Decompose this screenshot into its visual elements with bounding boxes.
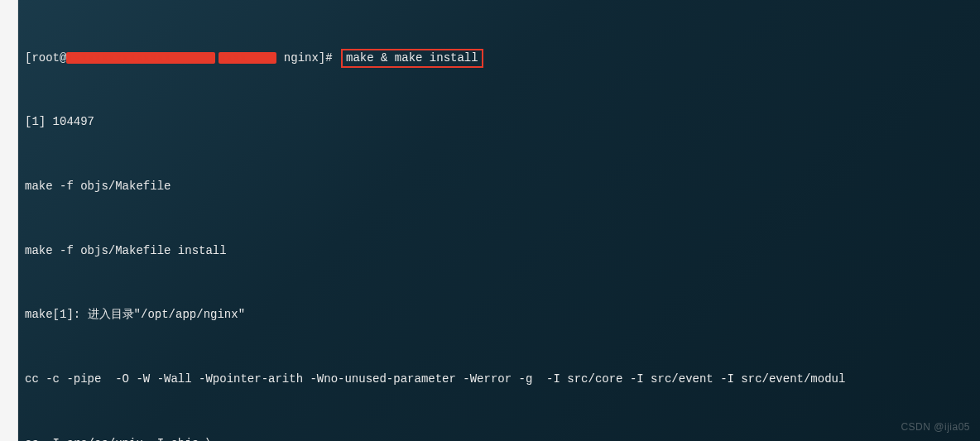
command-text: make & make install [346, 51, 478, 65]
redacted-host-b: xxxx [219, 52, 276, 64]
output-line: [1] 104497 [25, 112, 973, 133]
prompt-suffix: nginx]# [276, 51, 339, 65]
terminal-output[interactable]: [root@i-xxxxxxxxxxxxxxxxx nginx]# make &… [18, 0, 980, 441]
prompt-line: [root@i-xxxxxxxxxxxxxxxxx nginx]# make &… [25, 48, 973, 70]
command-highlight: make & make install [341, 49, 483, 68]
output-line: make -f objs/Makefile install [25, 241, 973, 262]
prompt-prefix: [root@ [25, 51, 66, 65]
editor-gutter [0, 0, 18, 441]
redacted-host-a: i-xxxxxxxxxxxxx [66, 52, 215, 64]
watermark: CSDN @ijia05 [901, 418, 970, 436]
output-line: cc -c -pipe -O -W -Wall -Wpointer-arith … [25, 369, 973, 391]
output-line: es -I src/os/unix -I objs \ [25, 434, 973, 441]
output-line: make[1]: 进入目录"/opt/app/nginx" [25, 304, 973, 326]
output-line: make -f objs/Makefile [25, 176, 973, 198]
